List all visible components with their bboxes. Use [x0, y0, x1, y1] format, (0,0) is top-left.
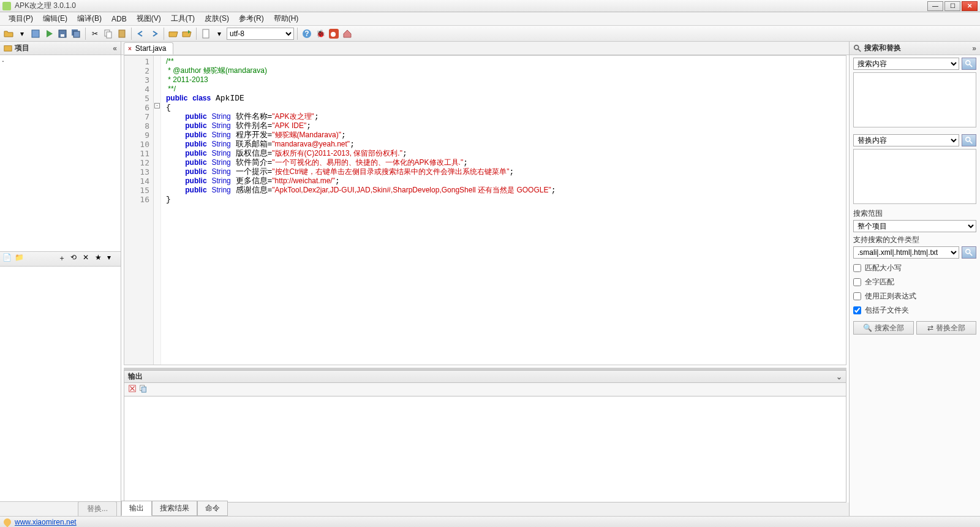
- menu-参考r[interactable]: 参考(R): [234, 12, 269, 25]
- svg-point-22: [966, 137, 970, 142]
- svg-point-24: [966, 249, 970, 254]
- menu-视图v[interactable]: 视图(V): [132, 12, 166, 25]
- star-icon[interactable]: ★: [95, 253, 106, 264]
- open-folder-icon[interactable]: [2, 28, 15, 40]
- checkbox-3[interactable]: [853, 306, 861, 314]
- build-icon[interactable]: [29, 28, 42, 40]
- encoding-select[interactable]: utf-8: [227, 28, 294, 40]
- scope-label: 搜索范围: [853, 208, 976, 219]
- replace-tab[interactable]: 替换...: [78, 501, 117, 516]
- redo-icon[interactable]: [148, 28, 160, 40]
- run-icon[interactable]: [43, 28, 55, 40]
- filetypes-select[interactable]: .smali|.xml|.html|.htm|.txt: [853, 246, 959, 259]
- code-editor[interactable]: 12345678910111213141516 - /** * @author …: [124, 55, 846, 365]
- check-0[interactable]: 匹配大小写: [853, 261, 976, 275]
- binoculars-icon: 🔍: [863, 324, 872, 332]
- search-all-button[interactable]: 🔍 搜索全部: [853, 321, 914, 335]
- maximize-button[interactable]: ☐: [944, 1, 960, 11]
- project-panel-title: 项目: [15, 43, 29, 53]
- bug-icon[interactable]: 🐞: [314, 28, 326, 40]
- tab-close-icon[interactable]: ×: [128, 45, 132, 52]
- editor-tab-start-java[interactable]: × Start.java: [124, 42, 173, 55]
- menu-皮肤s[interactable]: 皮肤(S): [200, 12, 234, 25]
- menu-项目p[interactable]: 项目(P): [4, 12, 38, 25]
- check-2[interactable]: 使用正则表达式: [853, 289, 976, 303]
- svg-rect-8: [119, 30, 125, 37]
- undo-icon[interactable]: [135, 28, 147, 40]
- svg-line-23: [970, 141, 972, 143]
- menu-adb[interactable]: ADB: [107, 13, 132, 25]
- output-toolbar: [124, 382, 846, 396]
- check-1[interactable]: 全字匹配: [853, 275, 976, 289]
- add-icon[interactable]: ＋: [58, 253, 69, 264]
- main-area: 项目 « . 📄 📁 ＋ ⟲ ✕ ★ ▾ 替换... × Start.java …: [0, 42, 980, 516]
- copy-output-icon[interactable]: [139, 384, 148, 395]
- file-icon[interactable]: [200, 28, 212, 40]
- folder-export-icon[interactable]: [181, 28, 193, 40]
- svg-line-25: [970, 253, 972, 256]
- minimize-button[interactable]: —: [927, 1, 943, 11]
- search-go-button[interactable]: [962, 58, 976, 70]
- refresh-icon[interactable]: ⟲: [70, 253, 81, 264]
- scope-select[interactable]: 整个项目: [853, 220, 976, 232]
- home-icon[interactable]: [341, 28, 353, 40]
- file-dropdown-icon[interactable]: ▾: [213, 28, 225, 40]
- svg-rect-7: [107, 32, 111, 38]
- search-content-select[interactable]: 搜索内容: [853, 58, 959, 70]
- project-tree[interactable]: .: [0, 55, 121, 252]
- checkbox-1[interactable]: [853, 278, 861, 286]
- save-all-icon[interactable]: [70, 28, 82, 40]
- clear-output-icon[interactable]: [128, 384, 137, 395]
- svg-text:?: ?: [304, 29, 309, 38]
- svg-point-20: [966, 61, 970, 65]
- collapse-left-icon[interactable]: «: [113, 44, 117, 53]
- search-textarea[interactable]: [853, 72, 976, 127]
- bottom-tab-0[interactable]: 输出: [121, 501, 152, 516]
- paste-icon[interactable]: [116, 28, 128, 40]
- check-3[interactable]: 包括子文件夹: [853, 303, 976, 317]
- project-panel-header: 项目 «: [0, 42, 121, 55]
- collapse-output-icon[interactable]: ⌄: [836, 373, 842, 381]
- output-title: 输出: [128, 371, 143, 382]
- menu-工具t[interactable]: 工具(T): [166, 12, 200, 25]
- new-file-icon[interactable]: 📄: [2, 253, 13, 264]
- replace-go-button[interactable]: [962, 134, 976, 146]
- bottom-tab-2[interactable]: 命令: [197, 501, 228, 516]
- toolbar-dropdown-icon[interactable]: ▾: [16, 28, 28, 40]
- weibo-icon[interactable]: [328, 28, 340, 40]
- checkbox-2[interactable]: [853, 292, 861, 300]
- more-icon[interactable]: ▾: [107, 253, 118, 264]
- replace-content-select[interactable]: 替换内容: [853, 134, 959, 146]
- filetypes-go-button[interactable]: [962, 246, 976, 259]
- close-button[interactable]: ✕: [962, 1, 978, 11]
- bottom-tabs: 输出搜索结果命令: [121, 502, 849, 516]
- output-body[interactable]: [124, 396, 846, 502]
- collapse-right-icon[interactable]: »: [972, 44, 976, 53]
- delete-icon[interactable]: ✕: [83, 253, 94, 264]
- replace-textarea[interactable]: [853, 149, 976, 204]
- replace-all-button[interactable]: ⇄ 替换全部: [916, 321, 977, 335]
- menu-帮助h[interactable]: 帮助(H): [269, 12, 304, 25]
- menu-编辑e[interactable]: 编辑(E): [38, 12, 72, 25]
- fold-toggle-icon[interactable]: -: [154, 103, 160, 108]
- titlebar: APK改之理 3.0.1.0 — ☐ ✕: [0, 0, 980, 12]
- code-content[interactable]: /** * @author 鳗驼螺(mandarava) * 2011-2013…: [161, 56, 846, 365]
- bottom-tab-1[interactable]: 搜索结果: [152, 501, 197, 516]
- cut-icon[interactable]: ✂: [89, 28, 101, 40]
- project-toolbar: 📄 📁 ＋ ⟲ ✕ ★ ▾: [0, 252, 121, 267]
- svg-rect-3: [61, 34, 64, 37]
- help-icon[interactable]: ?: [301, 28, 313, 40]
- shield-icon: [2, 517, 13, 527]
- checkbox-0[interactable]: [853, 264, 861, 272]
- svg-rect-14: [4, 45, 12, 51]
- main-toolbar: ▾ ✂ ▾ utf-8 ? 🐞: [0, 26, 980, 42]
- new-folder-icon[interactable]: 📁: [15, 253, 26, 264]
- output-header: 输出 ⌄: [124, 370, 846, 382]
- svg-line-21: [970, 64, 972, 67]
- copy-icon[interactable]: [102, 28, 115, 40]
- svg-point-13: [331, 32, 336, 37]
- menu-编译b[interactable]: 编译(B): [72, 12, 107, 25]
- status-link[interactable]: www.xiaomiren.net: [15, 518, 77, 526]
- folder-open-icon[interactable]: [167, 28, 179, 40]
- save-icon[interactable]: [56, 28, 69, 40]
